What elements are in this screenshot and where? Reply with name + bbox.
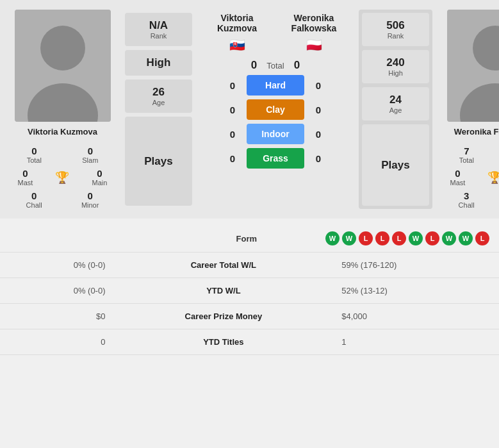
left-player-name: Viktoria Kuzmova — [28, 127, 97, 137]
left-high-value: High — [130, 56, 187, 69]
left-minor-label: Minor — [81, 201, 99, 209]
stats-right-3: 1 — [332, 329, 499, 355]
right-high-value: 240 — [367, 56, 424, 69]
left-player-stats: 0 Total 0 Slam 0 Mast 🏆 0 Main — [6, 142, 119, 209]
form-badge-1: W — [342, 231, 356, 245]
form-label: Form — [168, 234, 326, 244]
left-header-name: ViktoriaKuzmova — [217, 13, 257, 33]
stats-row-0: 0% (0-0) Career Total W/L 59% (176-120) — [0, 253, 499, 278]
right-total-score: 0 — [294, 59, 300, 72]
total-row: 0 Total 0 — [251, 59, 300, 72]
stats-right-2: $4,000 — [332, 304, 499, 329]
court-left-score-grass: 0 — [226, 153, 239, 164]
right-age-label: Age — [367, 106, 424, 114]
court-row-clay: 0 Clay 0 — [199, 99, 352, 120]
stats-row-2: $0 Career Prize Money $4,000 — [0, 304, 499, 329]
right-plays-block: Plays — [362, 124, 429, 206]
left-age-block: 26 Age — [125, 79, 192, 113]
stats-label-0: Career Total W/L — [115, 253, 332, 278]
left-total-score: 0 — [251, 59, 257, 72]
court-right-score-hard: 0 — [312, 80, 325, 91]
right-flag: 🇵🇱 — [306, 37, 322, 53]
left-player-header: ViktoriaKuzmova 🇸🇰 — [199, 13, 275, 53]
right-center-stats: 506 Rank 240 High 24 Age Plays — [359, 10, 432, 209]
court-btn-indoor[interactable]: Indoor — [247, 124, 304, 144]
right-chall-value: 3 — [464, 190, 469, 201]
right-age-value: 24 — [367, 94, 424, 106]
left-mast-value: 0 — [22, 168, 28, 179]
left-total-value: 0 — [31, 145, 37, 156]
left-slam-value: 0 — [88, 145, 93, 156]
court-row-grass: 0 Grass 0 — [199, 148, 352, 169]
stats-row-3: 0 YTD Titles 1 — [0, 329, 499, 355]
form-badge-7: W — [442, 231, 456, 245]
stats-label-1: YTD W/L — [115, 278, 332, 304]
form-badge-9: L — [475, 231, 489, 245]
right-high-label: High — [367, 69, 424, 77]
stats-left-1: 0% (0-0) — [0, 278, 115, 304]
court-right-score-clay: 0 — [312, 104, 325, 115]
left-minor-value: 0 — [87, 190, 92, 201]
stats-left-3: 0 — [0, 329, 115, 355]
right-player-avatar — [447, 10, 500, 122]
left-chall-value: 0 — [31, 190, 37, 201]
left-flag: 🇸🇰 — [229, 37, 245, 53]
left-player-avatar — [15, 10, 111, 122]
left-rank-block: N/A Rank — [125, 13, 192, 46]
left-mast-label: Mast — [18, 179, 33, 187]
form-badge-5: W — [409, 231, 423, 245]
left-plays-block: Plays — [125, 117, 192, 206]
right-player-stats: 7 Total 0 Slam 0 Mast 🏆 0 Main — [439, 142, 499, 209]
right-plays-label: Plays — [381, 159, 409, 172]
left-age-value: 26 — [130, 86, 187, 99]
stats-right-1: 52% (13-12) — [332, 278, 499, 304]
form-badge-6: L — [425, 231, 439, 245]
stats-label-3: YTD Titles — [115, 329, 332, 355]
right-mast-value: 0 — [455, 168, 460, 179]
left-rank-label: Rank — [130, 32, 187, 40]
form-row: Form WWLLLWLWWL — [0, 225, 499, 253]
left-total-label: Total — [27, 156, 42, 164]
left-slam-label: Slam — [82, 156, 98, 164]
form-badge-8: W — [459, 231, 473, 245]
left-plays-label: Plays — [144, 155, 172, 168]
left-main-value: 0 — [97, 168, 102, 179]
right-age-block: 24 Age — [362, 87, 429, 120]
right-player-name: Weronika Falkowska — [454, 127, 499, 137]
form-badge-2: L — [359, 231, 373, 245]
right-total-value: 7 — [464, 145, 469, 156]
stats-left-2: $0 — [0, 304, 115, 329]
right-rank-block: 506 Rank — [362, 13, 429, 46]
left-main-label: Main — [92, 179, 108, 187]
court-btn-hard[interactable]: Hard — [247, 75, 304, 95]
right-high-block: 240 High — [362, 50, 429, 83]
court-left-score-clay: 0 — [226, 104, 239, 115]
court-left-score-indoor: 0 — [226, 129, 239, 140]
bottom-section: Form WWLLLWLWWL 0% (0-0) Career Total W/… — [0, 225, 499, 355]
left-high-block: High — [125, 50, 192, 76]
court-rows: 0 Hard 0 0 Clay 0 0 Indoor 0 0 Grass 0 — [199, 75, 352, 169]
court-right-score-indoor: 0 — [312, 129, 325, 140]
stats-right-0: 59% (176-120) — [332, 253, 499, 278]
court-btn-clay[interactable]: Clay — [247, 99, 304, 120]
right-player-header: WeronikaFalkowska 🇵🇱 — [275, 13, 352, 53]
form-badge-4: L — [392, 231, 406, 245]
left-player-card: Viktoria Kuzmova 0 Total 0 Slam 0 Mast 🏆 — [6, 10, 119, 209]
right-rank-label: Rank — [367, 32, 424, 40]
right-rank-value: 506 — [367, 19, 424, 32]
court-row-hard: 0 Hard 0 — [199, 75, 352, 95]
form-badge-0: W — [325, 231, 339, 245]
court-left-score-hard: 0 — [226, 80, 239, 91]
total-label: Total — [266, 61, 284, 71]
form-badge-3: L — [375, 231, 389, 245]
left-chall-label: Chall — [26, 201, 42, 209]
right-player-card: Weronika Falkowska 7 Total 0 Slam 0 Mast — [439, 10, 499, 209]
court-btn-grass[interactable]: Grass — [247, 148, 304, 169]
left-rank-value: N/A — [130, 19, 187, 32]
stats-table: 0% (0-0) Career Total W/L 59% (176-120) … — [0, 253, 499, 355]
right-total-label: Total — [459, 156, 474, 164]
left-trophy-icon: 🏆 — [55, 170, 69, 185]
left-age-label: Age — [130, 99, 187, 106]
stats-label-2: Career Prize Money — [115, 304, 332, 329]
right-header-name: WeronikaFalkowska — [291, 13, 337, 33]
